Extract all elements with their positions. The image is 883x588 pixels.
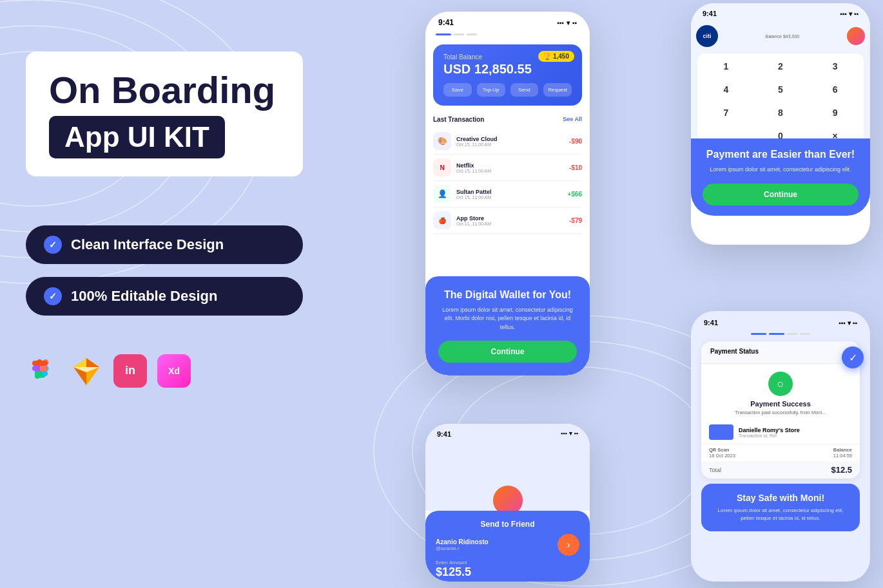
trans-item-2: 👤 Sultan Pattel Oct 15, 11:00 AM +$66 [433,181,582,207]
success-circle: ○ [768,372,793,396]
wallet-desc: Lorem ipsum dolor sit amet, consectetur … [438,306,577,332]
keypad-grid[interactable]: 1 2 3 4 5 6 7 8 9 0 × [697,53,864,138]
balance-card: Total Balance USD 12,850.55 🏆 1,450 Save… [433,44,582,106]
success-sub: Transaction paid successfully, from Moni… [701,408,860,421]
qr-label: QR Scan [709,447,735,453]
total-amount: $12.5 [831,465,852,475]
see-all[interactable]: See All [563,116,582,123]
trans-icon-0: 🎨 [433,132,451,150]
safe-desc: Lorem ipsum dolor sit amet, consectetur … [712,507,849,522]
action-save[interactable]: Save [443,83,472,97]
key-0[interactable]: 0 [755,126,807,138]
trans-icon-1: N [433,158,451,176]
action-buttons[interactable]: Save Top-Up Send Request [443,83,572,97]
key-empty [700,126,752,138]
total-label: Total [709,467,721,473]
signal-icons: ▪▪▪ ▾ ▪▪ [557,19,577,26]
user-avatar-payment [847,27,865,45]
trans-icon-3: 🍎 [433,211,451,229]
payment-row: Danielle Romy's Store Transaction Id, Re… [701,421,860,444]
progress-indicator [425,30,590,39]
title-app-ui-kit: App UI KIT [49,116,225,158]
trans-item-3: 🍎 App Store Oct 11, 11:00 AM -$79 [433,207,582,234]
amount-value: $125.5 [436,565,579,579]
key-1[interactable]: 1 [700,56,752,77]
trans-icon-2: 👤 [433,185,451,203]
key-9[interactable]: 9 [809,102,861,123]
key-7[interactable]: 7 [700,102,752,123]
phone-main: 9:41 ▪▪▪ ▾ ▪▪ Total Balance USD 12,850.5… [425,12,590,375]
store-sub: Transaction Id, Ref [739,433,800,438]
key-8[interactable]: 8 [755,102,807,123]
key-3[interactable]: 3 [809,56,861,77]
date2: 11:04:59 [833,453,852,459]
status-bar-main: 9:41 ▪▪▪ ▾ ▪▪ [425,12,590,30]
safe-title: Stay Safe with Moni! [712,493,849,503]
time-payment: 9:41 [703,10,717,17]
left-panel: On Boarding App UI KIT ✓ Clean Interface… [26,52,361,388]
status-bar-status-phone: 9:41 ▪▪▪ ▾ ▪▪ [691,311,870,329]
phone-status-container: 9:41 ▪▪▪ ▾ ▪▪ Payment Status × ○ Payment… [691,311,870,582]
transactions-label: Last Transaction [433,116,484,123]
action-request[interactable]: Request [543,83,572,97]
send-arrow-btn[interactable]: › [558,534,579,556]
invision-icon: in [113,354,147,388]
xd-icon: Xd [157,354,191,388]
progress-status [691,329,870,339]
key-delete[interactable]: × [809,126,861,138]
send-recipient-name: Azanio Ridinosto [436,538,489,545]
sketch-icon [70,354,103,388]
total-row: Total $12.5 [701,461,860,479]
payment-title: Payment are Easier than Ever! [703,149,859,160]
citi-header: citi Balance $43,000 [691,20,870,52]
feature-badge-2: ✓ 100% Editable Design [26,277,303,316]
trans-item-1: N Netflix Oct 15, 11:00 AM -$10 [433,155,582,181]
feature-label-2: 100% Editable Design [71,288,217,305]
action-send[interactable]: Send [510,83,539,97]
check-badge: ✓ [842,346,864,368]
time-send: 9:41 [437,430,451,438]
phone-payment: 9:41 ▪▪▪ ▾ ▪▪ citi Balance $43,000 1 2 3… [691,3,870,245]
action-topup[interactable]: Top-Up [477,83,505,97]
send-top: 9:41 ▪▪▪ ▾ ▪▪ [425,424,590,511]
feature-label-1: Clean Interface Design [71,236,224,253]
inner-screen: Payment Status × ○ Payment Success Trans… [701,341,860,479]
phone-send: 9:41 ▪▪▪ ▾ ▪▪ Send to Friend Azanio Ridi… [425,424,590,582]
store-name: Danielle Romy's Store [739,427,800,433]
title-box: On Boarding App UI KIT [26,52,303,176]
screen-title: Payment Status [710,348,759,357]
amount-label: Enter Amount [436,560,579,565]
trans-item-0: 🎨 Creative Cloud Oct 15, 11:00 AM -$90 [433,128,582,155]
send-status-bar: 9:41 ▪▪▪ ▾ ▪▪ [425,424,590,441]
send-card: Send to Friend Azanio Ridinosto @azanio.… [425,511,590,582]
feature-badge-1: ✓ Clean Interface Design [26,225,303,264]
key-5[interactable]: 5 [755,79,807,100]
payment-bottom: Payment are Easier than Ever! Lorem ipsu… [691,138,870,216]
time-status: 9:41 [704,319,718,327]
transactions-section: Last Transaction See All 🎨 Creative Clou… [425,111,590,239]
continue-btn-main[interactable]: Continue [438,341,577,363]
wallet-title: The Digital Wallet for You! [438,289,577,301]
key-4[interactable]: 4 [700,79,752,100]
continue-btn-payment[interactable]: Continue [703,184,859,205]
balance-label-small: Balance [833,447,852,453]
send-recipient-row: Azanio Ridinosto @azanio.r › [436,534,579,556]
balance-amount: USD 12,850.55 [443,62,572,77]
key-6[interactable]: 6 [809,79,861,100]
date1: 16 Oct 2023 [709,453,735,459]
success-label: Payment Success [701,400,860,408]
figma-icon [26,354,59,388]
send-username: @azanio.r [436,545,489,551]
key-2[interactable]: 2 [755,56,807,77]
citi-logo: citi [696,25,718,47]
payment-desc: Lorem ipsum dolor sit amet, consectetur … [703,166,859,175]
stay-safe-section: Stay Safe with Moni! Lorem ipsum dolor s… [701,484,860,531]
time-main: 9:41 [438,18,454,27]
check-icon-2: ✓ [44,287,62,305]
status-bar-payment: 9:41 ▪▪▪ ▾ ▪▪ [691,3,870,20]
balance-tag: 🏆 1,450 [538,51,574,62]
tool-icons: in Xd [26,354,361,388]
wallet-card: The Digital Wallet for You! Lorem ipsum … [425,276,590,376]
check-icon-1: ✓ [44,236,62,254]
send-title-label: Send to Friend [436,520,579,529]
